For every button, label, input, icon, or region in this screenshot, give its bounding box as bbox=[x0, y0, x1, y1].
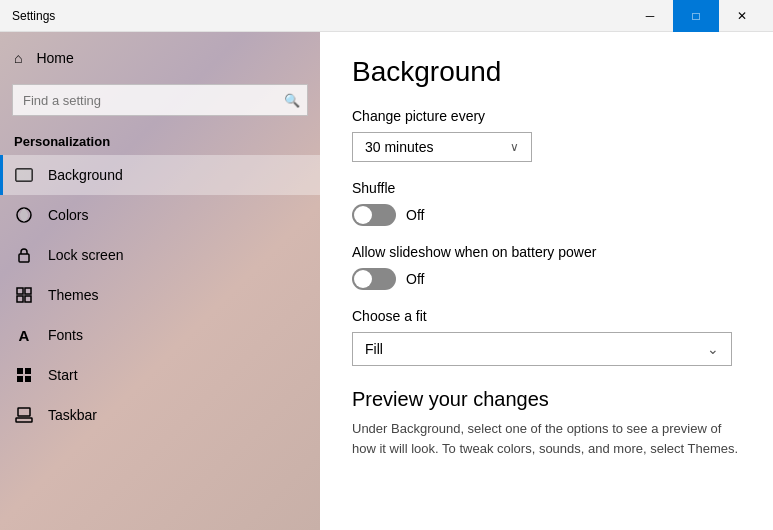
start-icon bbox=[14, 365, 34, 385]
choose-fit-dropdown[interactable]: Fill ⌄ bbox=[352, 332, 732, 366]
battery-toggle-row: Off bbox=[352, 268, 741, 290]
sidebar-taskbar-label: Taskbar bbox=[48, 407, 97, 423]
sidebar: ⌂ Home 🔍 Personalization Background bbox=[0, 32, 320, 530]
svg-rect-9 bbox=[25, 368, 31, 374]
svg-rect-3 bbox=[19, 254, 29, 262]
sidebar-item-start[interactable]: Start bbox=[0, 355, 320, 395]
sidebar-item-home[interactable]: ⌂ Home bbox=[0, 40, 320, 76]
battery-setting: Allow slideshow when on battery power Of… bbox=[352, 244, 741, 290]
svg-rect-13 bbox=[18, 408, 30, 416]
maximize-button[interactable]: □ bbox=[673, 0, 719, 32]
sidebar-start-label: Start bbox=[48, 367, 78, 383]
sidebar-item-background[interactable]: Background bbox=[0, 155, 320, 195]
lock-screen-icon bbox=[14, 245, 34, 265]
shuffle-toggle-row: Off bbox=[352, 204, 741, 226]
sidebar-section-title: Personalization bbox=[0, 128, 320, 155]
sidebar-lock-screen-label: Lock screen bbox=[48, 247, 123, 263]
svg-rect-7 bbox=[25, 296, 31, 302]
themes-icon bbox=[14, 285, 34, 305]
sidebar-item-lock-screen[interactable]: Lock screen bbox=[0, 235, 320, 275]
sidebar-home-label: Home bbox=[36, 50, 73, 66]
chevron-down-icon: ∨ bbox=[510, 140, 519, 154]
sidebar-colors-label: Colors bbox=[48, 207, 88, 223]
content-area: Background Change picture every 30 minut… bbox=[320, 32, 773, 530]
taskbar-icon bbox=[14, 405, 34, 425]
choose-fit-value: Fill bbox=[365, 341, 383, 357]
svg-rect-12 bbox=[16, 418, 32, 422]
fit-chevron-down-icon: ⌄ bbox=[707, 341, 719, 357]
svg-rect-4 bbox=[17, 288, 23, 294]
sidebar-item-colors[interactable]: Colors bbox=[0, 195, 320, 235]
sidebar-item-fonts[interactable]: A Fonts bbox=[0, 315, 320, 355]
minimize-button[interactable]: ─ bbox=[627, 0, 673, 32]
svg-rect-11 bbox=[25, 376, 31, 382]
background-icon bbox=[14, 165, 34, 185]
search-icon: 🔍 bbox=[284, 93, 300, 108]
battery-toggle[interactable] bbox=[352, 268, 396, 290]
svg-rect-5 bbox=[25, 288, 31, 294]
app-title: Settings bbox=[12, 9, 55, 23]
fonts-icon: A bbox=[14, 325, 34, 345]
window-controls: ─ □ ✕ bbox=[627, 0, 765, 32]
battery-status: Off bbox=[406, 271, 424, 287]
shuffle-setting: Shuffle Off bbox=[352, 180, 741, 226]
sidebar-item-themes[interactable]: Themes bbox=[0, 275, 320, 315]
sidebar-themes-label: Themes bbox=[48, 287, 99, 303]
shuffle-toggle[interactable] bbox=[352, 204, 396, 226]
svg-rect-6 bbox=[17, 296, 23, 302]
main-container: ⌂ Home 🔍 Personalization Background bbox=[0, 32, 773, 530]
page-title: Background bbox=[352, 56, 741, 88]
sidebar-background-label: Background bbox=[48, 167, 123, 183]
sidebar-fonts-label: Fonts bbox=[48, 327, 83, 343]
svg-rect-8 bbox=[17, 368, 23, 374]
preview-text: Under Background, select one of the opti… bbox=[352, 419, 741, 458]
change-picture-value: 30 minutes bbox=[365, 139, 433, 155]
choose-fit-label: Choose a fit bbox=[352, 308, 741, 324]
sidebar-item-taskbar[interactable]: Taskbar bbox=[0, 395, 320, 435]
preview-title: Preview your changes bbox=[352, 388, 741, 411]
battery-label: Allow slideshow when on battery power bbox=[352, 244, 741, 260]
svg-rect-1 bbox=[16, 169, 32, 181]
close-button[interactable]: ✕ bbox=[719, 0, 765, 32]
shuffle-label: Shuffle bbox=[352, 180, 741, 196]
svg-rect-10 bbox=[17, 376, 23, 382]
shuffle-status: Off bbox=[406, 207, 424, 223]
change-picture-label: Change picture every bbox=[352, 108, 741, 124]
home-icon: ⌂ bbox=[14, 50, 22, 66]
search-container: 🔍 bbox=[12, 84, 308, 116]
colors-icon bbox=[14, 205, 34, 225]
title-bar: Settings ─ □ ✕ bbox=[0, 0, 773, 32]
change-picture-dropdown[interactable]: 30 minutes ∨ bbox=[352, 132, 532, 162]
search-input[interactable] bbox=[12, 84, 308, 116]
